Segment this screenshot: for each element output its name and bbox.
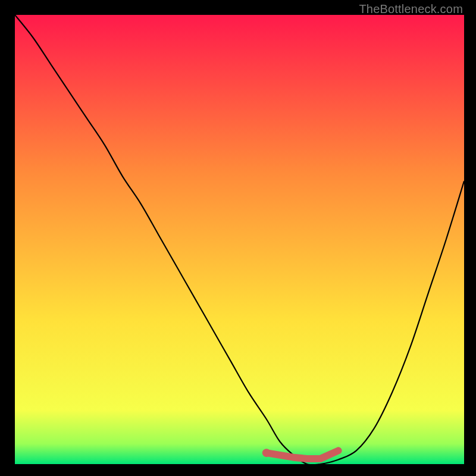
chart-frame: [15, 15, 464, 464]
optimal-point-dot: [262, 449, 271, 457]
watermark-text: TheBottleneck.com: [359, 2, 463, 16]
gradient-background: [15, 15, 464, 464]
plot-svg: [15, 15, 464, 464]
